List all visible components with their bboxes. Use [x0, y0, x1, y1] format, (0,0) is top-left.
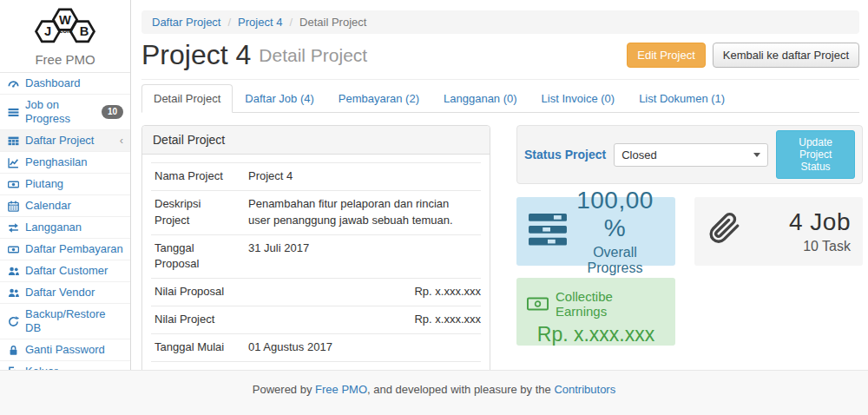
brand-name: Free PMO — [3, 52, 127, 67]
back-to-list-button[interactable]: Kembali ke daftar Project — [713, 43, 859, 68]
row-label: Nilai Proposal — [151, 279, 245, 306]
progress-value: 100,00 % — [567, 187, 663, 242]
sidebar-item-backup-restore-db[interactable]: Backup/Restore DB — [0, 304, 130, 339]
dashboard-icon — [7, 78, 19, 89]
svg-text:B: B — [80, 25, 89, 39]
count-badge: 10 — [102, 105, 123, 119]
logo-block: J W B .com Free PMO — [0, 0, 130, 73]
tab-list-dokumen-1[interactable]: List Dokumen (1) — [627, 84, 737, 113]
row-label: Deskripsi Project — [151, 190, 245, 234]
jobs-value: 4 Job — [743, 208, 851, 236]
row-value: 16 Agustus 2017 — [245, 361, 481, 370]
detail-panel-title: Detail Project — [142, 126, 490, 155]
chart-icon — [7, 157, 19, 168]
detail-panel: Detail Project Nama ProjectProject 4Desk… — [141, 125, 490, 370]
earnings-value: Rp. x.xxx.xxx — [527, 323, 665, 346]
sidebar: J W B .com Free PMO DashboardJob on Prog… — [0, 0, 130, 370]
table-row: Tanggal Proposal31 Juli 2017 — [151, 234, 481, 279]
sidebar-item-langganan[interactable]: Langganan — [0, 217, 130, 239]
row-label: Tanggal Proposal — [151, 234, 245, 279]
tasks-icon — [529, 214, 567, 249]
sidebar-item-label: Ganti Password — [25, 343, 105, 357]
row-value: Rp. x.xxx.xxx — [245, 306, 481, 334]
sidebar-item-calendar[interactable]: Calendar — [0, 195, 130, 217]
sidebar-item-dashboard[interactable]: Dashboard — [0, 73, 130, 95]
sidebar-item-daftar-customer[interactable]: Daftar Customer — [0, 260, 130, 282]
detail-table-body: Nama ProjectProject 4Deskripsi ProjectPe… — [151, 163, 481, 371]
sidebar-item-label: Penghasilan — [25, 155, 88, 169]
users-icon — [7, 287, 19, 299]
row-label: Tanggal Mulai — [151, 333, 245, 361]
sidebar-item-label: Calendar — [25, 199, 71, 213]
tab-langganan-0[interactable]: Langganan (0) — [431, 84, 529, 113]
breadcrumb-item-daftar-project[interactable]: Daftar Project — [152, 16, 220, 29]
breadcrumb-item-project-4[interactable]: Project 4 — [220, 16, 282, 29]
sidebar-item-job-on-progress[interactable]: Job on Progress10 — [0, 95, 130, 130]
row-value: Project 4 — [245, 163, 481, 191]
paperclip-icon — [707, 212, 743, 252]
row-value: 31 Juli 2017 — [245, 234, 481, 279]
main-content: Daftar ProjectProject 4Detail Project Pr… — [130, 0, 868, 370]
table-icon — [7, 135, 19, 147]
sidebar-item-label: Backup/Restore DB — [25, 307, 123, 335]
sidebar-item-penghasilan[interactable]: Penghasilan — [0, 152, 130, 174]
earnings-card: Collectibe Earnings Rp. x.xxx.xxx — [516, 278, 675, 346]
app-window: J W B .com Free PMO DashboardJob on Prog… — [0, 0, 868, 415]
retweet-icon — [7, 222, 19, 234]
row-label: Tanggal Selesai — [151, 361, 245, 370]
svg-text:W: W — [59, 13, 71, 27]
money-icon — [7, 244, 19, 255]
header-divider — [141, 79, 859, 80]
table-row: Nama ProjectProject 4 — [151, 163, 481, 191]
sidebar-item-daftar-project[interactable]: Daftar Project‹ — [0, 130, 130, 152]
powered-by-text: Powered by — [253, 383, 315, 396]
sidebar-item-daftar-vendor[interactable]: Daftar Vendor — [0, 282, 130, 304]
row-label: Nilai Project — [151, 306, 245, 334]
jobs-card: 4 Job 10 Task — [694, 197, 863, 266]
dropdown-caret-icon — [753, 153, 760, 157]
sidebar-item-piutang[interactable]: Piutang — [0, 174, 130, 195]
tab-list-invoice-0[interactable]: List Invoice (0) — [529, 84, 628, 113]
bars-icon — [7, 107, 19, 118]
sidebar-item-label: Daftar Customer — [25, 264, 108, 278]
sidebar-item-daftar-pembayaran[interactable]: Daftar Pembayaran — [0, 239, 130, 260]
users-icon — [7, 266, 19, 277]
svg-text:.com: .com — [57, 27, 73, 35]
sidebar-item-label: Dashboard — [25, 76, 81, 90]
page-header: Project 4 Detail Project Edit Project Ke… — [131, 34, 868, 71]
table-row: Nilai ProposalRp. x.xxx.xxx — [151, 279, 481, 306]
sidebar-item-label: Daftar Pembayaran — [25, 242, 123, 256]
free-pmo-link[interactable]: Free PMO — [315, 383, 367, 396]
banknote-icon — [527, 297, 549, 311]
calendar-icon — [7, 201, 19, 212]
chevron-left-icon: ‹ — [120, 134, 123, 148]
status-select[interactable]: Closed — [614, 143, 768, 167]
status-project-label: Status Project — [524, 148, 606, 161]
tab-daftar-job-4[interactable]: Daftar Job (4) — [233, 84, 326, 113]
sidebar-item-label: Job on Progress — [25, 98, 95, 126]
developed-by-text: , and developed with pleasure by the — [367, 383, 554, 396]
edit-project-button[interactable]: Edit Project — [627, 43, 705, 68]
footer: Powered by Free PMO, and developed with … — [0, 370, 868, 415]
status-select-value: Closed — [621, 148, 656, 161]
page-title: Project 4 — [141, 39, 251, 71]
page-subtitle: Detail Project — [259, 45, 367, 66]
sidebar-nav: DashboardJob on Progress10Daftar Project… — [0, 73, 130, 383]
jobs-caption: 10 Task — [743, 239, 851, 254]
tab-pembayaran-2[interactable]: Pembayaran (2) — [326, 84, 431, 113]
contributors-link[interactable]: Contributors — [554, 383, 615, 396]
refresh-icon — [7, 316, 19, 327]
row-value: Rp. x.xxx.xxx — [245, 279, 481, 306]
svg-text:J: J — [44, 25, 51, 39]
tab-detail-project[interactable]: Detail Project — [141, 84, 233, 113]
sidebar-item-ganti-password[interactable]: Ganti Password — [0, 339, 130, 361]
sidebar-item-label: Daftar Vendor — [25, 286, 95, 300]
row-value: Penambahan fitur pelaporan dan rincian u… — [245, 190, 481, 234]
jwb-logo: J W B .com — [28, 6, 102, 46]
breadcrumb-item-detail-project: Detail Project — [282, 16, 366, 29]
table-row: Tanggal Mulai01 Agustus 2017 — [151, 333, 481, 361]
progress-caption: Overall Progress — [567, 245, 663, 276]
update-status-button[interactable]: Update Project Status — [776, 130, 855, 179]
status-well: Status Project Closed Update Project Sta… — [516, 125, 863, 184]
progress-card: 100,00 % Overall Progress — [516, 197, 675, 266]
